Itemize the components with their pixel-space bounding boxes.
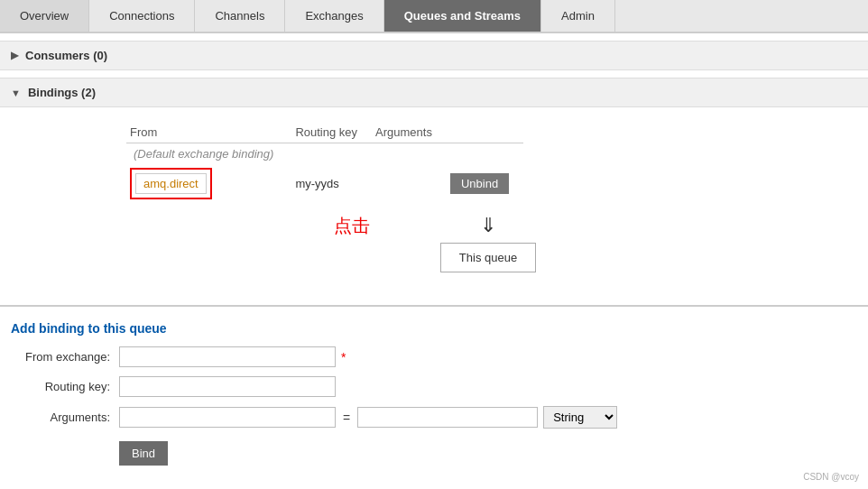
arguments-type-select[interactable]: String Number Boolean List Header <box>543 406 617 429</box>
add-binding-section: Add binding to this queue From exchange:… <box>0 305 868 480</box>
watermark: CSDN @vcoy <box>803 472 859 480</box>
col-from: From <box>126 122 291 143</box>
arguments-value-input[interactable] <box>357 407 538 428</box>
required-star: * <box>341 350 346 364</box>
consumers-section: ▶ Consumers (0) <box>0 41 868 70</box>
table-row: amq.direct my-yyds Unbind <box>126 164 523 203</box>
flow-section: ⇓ This queue <box>126 214 850 272</box>
arguments-label: Arguments: <box>11 411 119 424</box>
flow-area: 点击 ⇓ This queue <box>126 214 850 272</box>
binding-arguments-default <box>372 143 447 165</box>
bindings-table: From Routing key Arguments (Default exch… <box>126 122 523 203</box>
binding-actions-default <box>447 143 523 165</box>
tab-admin[interactable]: Admin <box>541 0 615 32</box>
tab-channels[interactable]: Channels <box>195 0 285 32</box>
routing-key-input[interactable] <box>119 376 336 397</box>
tab-queues-and-streams[interactable]: Queues and Streams <box>384 0 541 32</box>
col-arguments: Arguments <box>372 122 447 143</box>
binding-routing-key-default <box>291 143 372 165</box>
bindings-toggle-icon: ▼ <box>11 88 21 98</box>
unbind-button[interactable]: Unbind <box>450 173 509 194</box>
arguments-row: Arguments: = String Number Boolean List … <box>11 406 857 429</box>
arguments-key-input[interactable] <box>119 407 336 428</box>
binding-from-default: (Default exchange binding) <box>126 143 291 165</box>
routing-key-row: Routing key: <box>11 376 857 397</box>
bindings-section-label: Bindings (2) <box>28 86 96 99</box>
binding-actions-amq: Unbind <box>447 164 523 203</box>
tab-exchanges[interactable]: Exchanges <box>285 0 383 32</box>
bindings-section-header[interactable]: ▼ Bindings (2) <box>0 78 868 107</box>
col-routing-key: Routing key <box>291 122 372 143</box>
this-queue-box: This queue <box>440 243 536 272</box>
equals-sign: = <box>343 411 350 425</box>
tab-bar: Overview Connections Channels Exchanges … <box>0 0 868 33</box>
consumers-toggle-icon: ▶ <box>11 50 18 61</box>
binding-arguments-amq <box>372 164 447 203</box>
table-row: (Default exchange binding) <box>126 143 523 165</box>
amq-direct-link[interactable]: amq.direct <box>135 173 207 194</box>
highlighted-exchange-box: amq.direct <box>130 168 212 199</box>
tab-connections[interactable]: Connections <box>89 0 195 32</box>
from-exchange-row: From exchange: * <box>11 346 857 367</box>
routing-key-label: Routing key: <box>11 380 119 393</box>
consumers-section-header[interactable]: ▶ Consumers (0) <box>0 41 868 70</box>
col-actions <box>447 122 523 143</box>
add-binding-title: Add binding to this queue <box>11 321 857 336</box>
tab-overview[interactable]: Overview <box>0 0 89 32</box>
consumers-section-label: Consumers (0) <box>25 49 107 62</box>
binding-routing-key-amq: my-yyds <box>291 164 372 203</box>
down-arrow-icon: ⇓ <box>480 214 496 237</box>
bind-button[interactable]: Bind <box>119 441 168 466</box>
from-exchange-input[interactable] <box>119 346 336 367</box>
binding-from-amq: amq.direct <box>126 164 291 203</box>
from-exchange-label: From exchange: <box>11 350 119 364</box>
bindings-section: ▼ Bindings (2) From Routing key Argument… <box>0 78 868 298</box>
bindings-content: From Routing key Arguments (Default exch… <box>0 107 868 298</box>
